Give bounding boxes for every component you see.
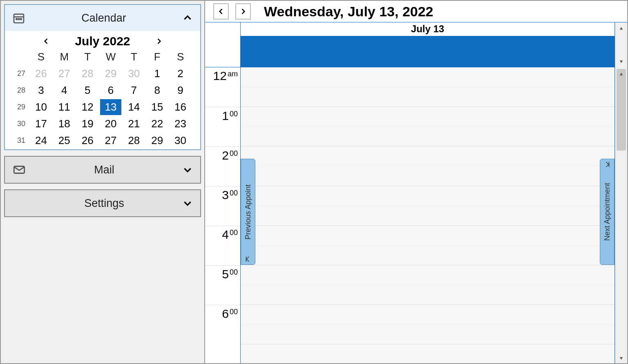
dow-header: T xyxy=(76,51,99,65)
chevron-down-icon xyxy=(182,198,193,209)
dow-header: T xyxy=(122,51,145,65)
calendar-day[interactable]: 10 xyxy=(29,99,53,115)
calendar-day[interactable]: 7 xyxy=(122,82,145,98)
time-slot[interactable] xyxy=(241,325,615,345)
app-root: Calendar July 2022 SMTWTFS27262728293012… xyxy=(0,0,628,364)
calendar-day[interactable]: 26 xyxy=(29,66,53,82)
calendar-day[interactable]: 28 xyxy=(76,66,99,82)
calendar-day[interactable]: 26 xyxy=(76,133,99,149)
hour-label: 100 xyxy=(205,107,240,146)
prev-day-button[interactable] xyxy=(213,3,229,20)
calendar-day[interactable]: 19 xyxy=(76,116,99,132)
time-slot[interactable] xyxy=(241,265,615,285)
chevron-up-icon[interactable] xyxy=(182,13,193,23)
calendar-day[interactable]: 2 xyxy=(169,66,192,82)
mail-icon xyxy=(12,163,26,177)
date-title: Wednesday, July 13, 2022 xyxy=(264,4,434,20)
calendar-day[interactable]: 27 xyxy=(53,66,76,82)
calendar-day[interactable]: 8 xyxy=(145,82,169,98)
previous-appointment-tab[interactable]: Previous Appoint xyxy=(241,159,255,265)
calendar-day[interactable]: 28 xyxy=(122,133,145,149)
allday-area[interactable] xyxy=(240,36,615,67)
calendar-day[interactable]: 1 xyxy=(145,66,169,82)
hour-label: 600 xyxy=(205,305,240,344)
time-slot[interactable] xyxy=(241,305,615,325)
scroll-down-button[interactable]: ▾ xyxy=(615,56,627,67)
time-ruler: 12am100200300400500600 xyxy=(205,67,240,363)
time-slot[interactable] xyxy=(241,87,615,107)
settings-label: Settings xyxy=(26,197,182,210)
mini-month-title: July 2022 xyxy=(75,34,130,48)
time-slot[interactable] xyxy=(241,107,615,127)
scrollbar-thumb[interactable] xyxy=(617,69,626,151)
dow-header: M xyxy=(53,51,76,65)
time-slot[interactable] xyxy=(241,206,615,226)
next-appointment-label: Next Appointment xyxy=(603,183,612,241)
calendar-day[interactable]: 9 xyxy=(169,82,192,98)
calendar-day[interactable]: 3 xyxy=(29,82,53,98)
time-slot[interactable] xyxy=(241,146,615,166)
calendar-day[interactable]: 22 xyxy=(145,116,169,132)
calendar-day[interactable]: 29 xyxy=(99,66,123,82)
settings-panel-toggle[interactable]: Settings xyxy=(4,189,201,217)
time-slot[interactable] xyxy=(241,67,615,87)
dow-header: F xyxy=(145,51,169,65)
dow-header: S xyxy=(29,51,53,65)
svg-point-3 xyxy=(18,18,20,20)
sidebar: Calendar July 2022 SMTWTFS27262728293012… xyxy=(1,1,205,363)
scroll-up-button[interactable]: ▴ xyxy=(615,22,627,33)
calendar-day[interactable]: 25 xyxy=(53,133,76,149)
day-header-wrap: July 13 xyxy=(205,22,615,67)
calendar-day[interactable]: 21 xyxy=(122,116,145,132)
mini-calendar-nav: July 2022 xyxy=(13,31,192,51)
mail-panel-toggle[interactable]: Mail xyxy=(4,156,201,184)
calendar-header[interactable]: Calendar xyxy=(5,5,200,31)
vertical-scrollbar[interactable]: ▴ ▾ ▴ ▾ xyxy=(615,22,627,363)
calendar-day[interactable]: 30 xyxy=(122,66,145,82)
scroll-up-button-2[interactable]: ▴ xyxy=(615,68,627,79)
calendar-day[interactable]: 13 xyxy=(100,99,122,115)
calendar-day[interactable]: 23 xyxy=(169,116,192,132)
calendar-title: Calendar xyxy=(25,12,182,24)
scroll-down-button-2[interactable]: ▾ xyxy=(615,353,627,363)
time-slot[interactable] xyxy=(241,285,615,305)
hour-label: 400 xyxy=(205,226,240,265)
calendar-day[interactable]: 20 xyxy=(99,116,123,132)
week-number: 27 xyxy=(13,69,29,78)
next-appointment-tab[interactable]: Next Appointment xyxy=(600,159,615,265)
calendar-day[interactable]: 18 xyxy=(53,116,76,132)
calendar-day[interactable]: 14 xyxy=(122,99,145,115)
calendar-day[interactable]: 12 xyxy=(76,99,99,115)
time-grid[interactable] xyxy=(240,67,615,363)
hour-label: 12am xyxy=(205,67,240,107)
week-number: 31 xyxy=(13,136,29,145)
calendar-day[interactable]: 27 xyxy=(99,133,123,149)
calendar-day[interactable]: 11 xyxy=(53,99,76,115)
mini-calendar: July 2022 SMTWTFS27262728293012283456789… xyxy=(5,31,200,149)
calendar-day[interactable]: 4 xyxy=(53,82,76,98)
svg-point-4 xyxy=(20,18,22,20)
previous-appointment-label: Previous Appoint xyxy=(244,184,253,239)
time-slot[interactable] xyxy=(241,246,615,266)
time-slot[interactable] xyxy=(241,166,615,186)
time-slot[interactable] xyxy=(241,186,615,206)
calendar-day[interactable]: 29 xyxy=(145,133,169,149)
calendar-day[interactable]: 5 xyxy=(76,82,99,98)
calendar-day[interactable]: 30 xyxy=(169,133,192,149)
next-month-button[interactable] xyxy=(155,36,163,46)
calendar-day[interactable]: 6 xyxy=(99,82,123,98)
day-header: July 13 xyxy=(240,22,615,36)
time-slot[interactable] xyxy=(241,127,615,147)
calendar-day[interactable]: 15 xyxy=(145,99,169,115)
calendar-day[interactable]: 16 xyxy=(169,99,192,115)
hour-label: 500 xyxy=(205,265,240,305)
dow-header: W xyxy=(99,51,123,65)
calendar-day[interactable]: 17 xyxy=(29,116,53,132)
week-number: 29 xyxy=(13,103,29,111)
svg-point-2 xyxy=(16,18,17,20)
dow-header: S xyxy=(169,51,192,65)
prev-month-button[interactable] xyxy=(42,36,50,46)
next-day-button[interactable] xyxy=(235,3,251,20)
calendar-day[interactable]: 24 xyxy=(29,133,53,149)
time-slot[interactable] xyxy=(241,226,615,246)
